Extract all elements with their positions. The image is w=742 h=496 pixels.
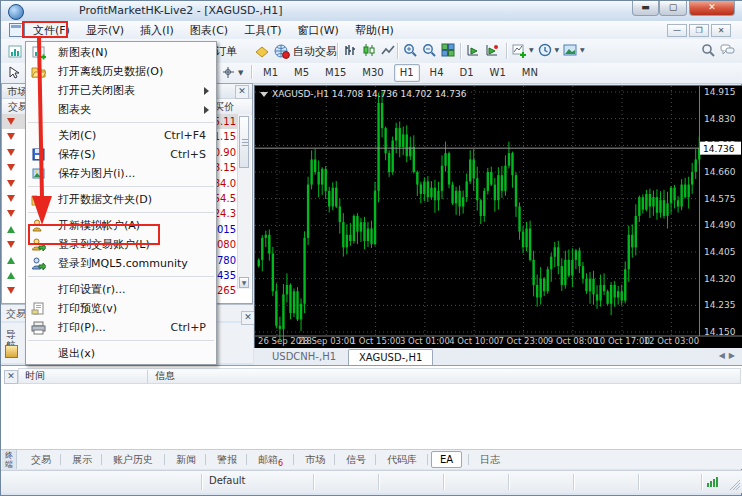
submenu-arrow-icon <box>204 106 209 114</box>
terminal-panel: ✕ 时间 信息 <box>1 365 742 450</box>
child-window-icon[interactable] <box>9 23 25 37</box>
time-column-header: 时间 <box>25 369 45 383</box>
timeframe-mn[interactable]: MN <box>516 64 544 82</box>
autotrading-button[interactable]: 自动交易 <box>269 41 342 62</box>
printer-icon <box>31 320 46 335</box>
file-menu-item-16[interactable]: 打印预览(v) <box>26 299 216 318</box>
close-button[interactable]: ✕ <box>689 1 735 16</box>
svg-text:9 Oct 08:00: 9 Oct 08:00 <box>548 336 598 346</box>
timeframe-d1[interactable]: D1 <box>454 64 480 82</box>
file-menu-item-7[interactable]: 保存为图片(i)... <box>26 164 216 183</box>
file-menu-dropdown: 新图表(N)打开离线历史数据(O)打开已关闭图表图表夹关闭(C)Ctrl+F4保… <box>25 41 217 365</box>
file-menu-item-13[interactable]: 登录到MQL5.community <box>26 254 216 273</box>
line-chart-icon[interactable] <box>379 41 398 63</box>
maximize-button[interactable]: ▢ <box>659 1 687 16</box>
terminal-close-icon[interactable]: ✕ <box>4 370 18 384</box>
svg-text:14.736: 14.736 <box>703 144 735 154</box>
market-watch-close-icon[interactable]: ✕ <box>235 85 249 99</box>
indicators-icon[interactable]: ▼ <box>510 41 536 63</box>
terminal-vertical-tab[interactable]: 终端 <box>2 450 17 469</box>
file-menu-item-19[interactable]: 退出(x) <box>26 344 216 363</box>
candlestick-icon[interactable] <box>360 41 379 63</box>
file-menu-item-5[interactable]: 关闭(C)Ctrl+F4 <box>26 126 216 145</box>
profile-name[interactable]: Default <box>209 475 246 486</box>
terminal-tab-市场[interactable]: 市场 <box>297 452 333 467</box>
timeframe-w1[interactable]: W1 <box>484 64 512 82</box>
zoom-in-icon[interactable] <box>401 41 420 63</box>
file-menu-item-9[interactable]: 打开数据文件夹(D) <box>26 190 216 209</box>
menubar-item-1[interactable]: 显示(V) <box>78 21 132 41</box>
terminal-tab-交易[interactable]: 交易 <box>23 452 59 467</box>
terminal-tab-EA[interactable]: EA <box>431 451 462 468</box>
file-menu-item-1[interactable]: 打开离线历史数据(O) <box>26 62 216 81</box>
chart-shift-icon[interactable] <box>483 41 502 63</box>
price-up-icon <box>7 272 15 279</box>
menubar-item-3[interactable]: 图表(C) <box>182 21 236 41</box>
child-restore-button[interactable]: ❐ <box>689 24 709 37</box>
timeframe-m5[interactable]: M5 <box>288 64 315 82</box>
price-up-icon <box>7 226 15 233</box>
navigator-close-icon[interactable]: ✕ <box>241 311 255 325</box>
file-menu-item-0[interactable]: 新图表(N) <box>26 43 216 62</box>
chart-window[interactable]: 14.91514.83014.74514.66014.57514.49014.4… <box>254 85 742 349</box>
window-title: ProfitMarketHK-Live2 - [XAGUSD-,H1] <box>79 4 282 17</box>
terminal-tab-代码库[interactable]: 代码库 <box>379 452 425 467</box>
menu-separator <box>28 122 214 123</box>
timeframe-m1[interactable]: M1 <box>257 64 284 82</box>
terminal-tab-展示[interactable]: 展示 <box>64 452 100 467</box>
autoscroll-icon[interactable] <box>464 41 483 63</box>
timeframe-m30[interactable]: M30 <box>356 64 389 82</box>
menubar-item-2[interactable]: 插入(I) <box>132 21 182 41</box>
save-icon <box>31 147 46 162</box>
file-menu-item-6[interactable]: 保存(S)Ctrl+S <box>26 145 216 164</box>
file-menu-item-2[interactable]: 打开已关闭图表 <box>26 81 216 100</box>
file-menu-item-11[interactable]: 开新模拟帐户(A) <box>26 216 216 235</box>
chart-tab-1[interactable]: XAGUSD-,H1 <box>348 349 433 366</box>
app-logo-icon <box>8 4 24 20</box>
child-close-button[interactable]: ✕ <box>711 24 731 37</box>
file-menu-item-17[interactable]: 打印(P)...Ctrl+P <box>26 318 216 337</box>
search-icon[interactable] <box>699 41 718 63</box>
child-minimize-button[interactable]: — <box>667 24 687 37</box>
terminal-tab-日志[interactable]: 日志 <box>472 452 508 467</box>
file-menu-item-3[interactable]: 图表夹 <box>26 100 216 119</box>
chat-icon[interactable] <box>718 41 737 63</box>
scrollbar-thumb[interactable] <box>239 116 249 168</box>
chart-tab-0[interactable]: USDCNH-,H1 <box>262 349 346 364</box>
timeframe-h4[interactable]: H4 <box>424 64 450 82</box>
folder-icon <box>31 192 46 207</box>
candlestick-chart[interactable]: 14.91514.83014.74514.66014.57514.49014.4… <box>255 86 742 348</box>
file-menu-item-15[interactable]: 打印设置(r)... <box>26 280 216 299</box>
terminal-tab-警报[interactable]: 警报 <box>209 452 245 467</box>
cursor-tool-icon[interactable] <box>3 63 25 82</box>
menubar-item-5[interactable]: 窗口(W) <box>289 21 346 41</box>
file-menu-item-12[interactable]: 登录到交易账户(L) <box>26 235 216 254</box>
menubar-item-0[interactable]: 文件(F) <box>25 21 78 41</box>
application-window: ProfitMarketHK-Live2 - [XAGUSD-,H1] ▬ ▢ … <box>0 0 742 496</box>
chart-tabs-left-icon[interactable]: ◀ <box>719 351 729 360</box>
bars-chart-icon[interactable] <box>341 41 360 63</box>
menubar-item-4[interactable]: 工具(T) <box>236 21 289 41</box>
menubar-item-6[interactable]: 帮助(H) <box>347 21 402 41</box>
templates-icon[interactable]: ▼ <box>561 41 587 63</box>
autotrading-globe-icon <box>274 44 290 59</box>
zoom-out-icon[interactable] <box>420 41 439 63</box>
tab-divider <box>101 454 102 465</box>
line-studies-dropdown[interactable]: ▼ <box>217 63 248 82</box>
timeframe-h1[interactable]: H1 <box>394 64 420 82</box>
chart-tabs-right-icon[interactable]: ▶ <box>729 351 739 360</box>
market-watch-scrollbar[interactable]: ▼ <box>237 114 251 289</box>
terminal-tab-账户历史[interactable]: 账户历史 <box>105 452 161 467</box>
tile-windows-icon[interactable] <box>439 41 458 63</box>
minimize-button[interactable]: ▬ <box>632 1 659 16</box>
terminal-tab-邮箱[interactable]: 邮箱6 <box>250 452 291 467</box>
terminal-tab-新闻[interactable]: 新闻 <box>168 452 204 467</box>
svg-text:14.235: 14.235 <box>704 300 736 310</box>
timeframe-m15[interactable]: M15 <box>319 64 352 82</box>
svg-text:14.490: 14.490 <box>704 220 736 230</box>
resize-grip[interactable] <box>730 480 740 490</box>
periods-icon[interactable]: ▼ <box>536 41 562 63</box>
tab-divider <box>375 454 376 465</box>
scrollbar-down-icon[interactable]: ▼ <box>239 277 249 288</box>
terminal-tab-信号[interactable]: 信号 <box>338 452 374 467</box>
